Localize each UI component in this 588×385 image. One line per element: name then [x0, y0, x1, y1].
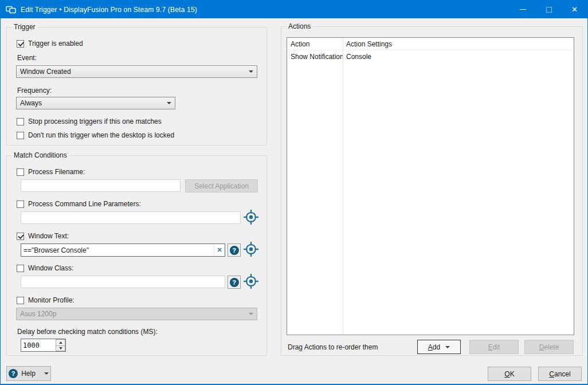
close-button[interactable]: ✕	[562, 1, 587, 18]
checkbox-box	[17, 201, 24, 208]
clear-icon: ✕	[217, 246, 222, 254]
window-text-field: ✕	[21, 243, 225, 257]
app-icon	[6, 5, 16, 14]
chevron-down-icon	[445, 346, 450, 348]
stop-processing-checkbox[interactable]: Stop processing triggers if this one mat…	[17, 117, 162, 125]
window-text-help-button[interactable]: ?	[228, 243, 241, 257]
chevron-down-icon	[249, 313, 253, 315]
match-conditions-group-label: Match Conditions	[11, 151, 69, 159]
checkbox-box	[17, 297, 24, 304]
window-class-target-picker-icon[interactable]	[243, 273, 259, 291]
help-button[interactable]: ? Help	[6, 366, 51, 381]
help-button-label: Help	[21, 370, 36, 378]
process-cmdline-input[interactable]	[21, 211, 241, 224]
column-header-action[interactable]: Action	[287, 40, 343, 48]
triangle-down-icon	[59, 347, 62, 349]
cmdline-target-picker-icon[interactable]	[243, 209, 259, 227]
event-value: Window Created	[20, 68, 245, 76]
event-dropdown[interactable]: Window Created	[16, 65, 257, 78]
close-icon: ✕	[571, 6, 578, 13]
monitor-profile-label: Monitor Profile:	[28, 296, 75, 304]
select-application-label: Select Application	[194, 182, 249, 190]
cancel-button-label: Cancel	[549, 370, 570, 378]
window-text-checkbox[interactable]: Window Text:	[17, 232, 69, 240]
action-cell: Show Notification	[287, 53, 343, 61]
window-class-input[interactable]	[21, 276, 225, 288]
frequency-label: Frequency:	[17, 87, 52, 95]
trigger-groupbox: Trigger Trigger is enabled Event: Window…	[6, 27, 267, 146]
edit-trigger-dialog: Edit Trigger • DisplayFusion Pro on Stea…	[0, 0, 588, 385]
actions-table: Action Action Settings Show Notification…	[287, 37, 574, 335]
edit-button[interactable]: Edit	[469, 340, 519, 354]
monitor-profile-checkbox[interactable]: Monitor Profile:	[17, 296, 75, 304]
frequency-value: Always	[20, 99, 163, 107]
action-settings-cell: Console	[343, 53, 371, 61]
window-class-checkbox[interactable]: Window Class:	[17, 264, 73, 272]
monitor-profile-value: Asus 1200p	[20, 310, 245, 318]
question-icon: ?	[230, 246, 239, 255]
actions-groupbox: Actions Action Action Settings Show Noti…	[281, 26, 583, 356]
match-conditions-groupbox: Match Conditions Process Filename: Selec…	[6, 155, 267, 356]
drag-hint: Drag Actions to re-order them	[288, 343, 378, 351]
checkbox-box	[17, 233, 24, 240]
window-title: Edit Trigger • DisplayFusion Pro on Stea…	[21, 6, 197, 14]
delay-stepper	[21, 339, 66, 352]
cancel-button[interactable]: Cancel	[538, 367, 582, 381]
maximize-button[interactable]	[536, 1, 562, 18]
chevron-down-icon	[44, 372, 49, 375]
minimize-button[interactable]	[510, 1, 536, 18]
window-class-label: Window Class:	[28, 264, 73, 272]
column-divider	[343, 38, 343, 335]
checkbox-box	[17, 40, 24, 48]
maximize-icon	[546, 7, 552, 13]
process-cmdline-label: Process Command Line Parameters:	[28, 200, 141, 208]
dont-run-locked-label: Don't run this trigger when the desktop …	[28, 131, 174, 139]
trigger-enabled-checkbox[interactable]: Trigger is enabled	[17, 40, 83, 48]
delete-button-label: Delete	[539, 343, 559, 351]
process-filename-checkbox[interactable]: Process Filename:	[17, 168, 85, 176]
process-filename-label: Process Filename:	[28, 168, 85, 176]
minimize-icon	[520, 9, 526, 10]
add-button-label: Add	[428, 343, 440, 351]
question-icon: ?	[230, 278, 239, 287]
titlebar[interactable]: Edit Trigger • DisplayFusion Pro on Stea…	[1, 1, 587, 18]
event-label: Event:	[17, 54, 37, 62]
window-class-help-button[interactable]: ?	[228, 276, 241, 289]
delay-input[interactable]	[21, 339, 56, 351]
dont-run-locked-checkbox[interactable]: Don't run this trigger when the desktop …	[17, 131, 174, 139]
actions-group-label: Actions	[286, 22, 313, 30]
trigger-group-label: Trigger	[11, 23, 38, 31]
window-text-target-picker-icon[interactable]	[243, 241, 259, 259]
triangle-up-icon	[59, 341, 62, 344]
actions-table-header: Action Action Settings	[287, 38, 574, 50]
process-cmdline-checkbox[interactable]: Process Command Line Parameters:	[17, 200, 141, 208]
chevron-down-icon	[249, 70, 253, 73]
window-text-input[interactable]	[21, 244, 214, 256]
ok-button-label: OK	[504, 370, 514, 378]
checkbox-box	[17, 168, 24, 176]
question-icon: ?	[9, 369, 18, 378]
monitor-profile-dropdown[interactable]: Asus 1200p	[16, 308, 257, 320]
checkbox-box	[17, 132, 24, 139]
add-button[interactable]: Add	[417, 340, 461, 354]
select-application-button[interactable]: Select Application	[185, 179, 258, 192]
window-text-label: Window Text:	[28, 232, 69, 240]
checkbox-box	[17, 265, 24, 272]
delay-label: Delay before checking match conditions (…	[17, 328, 158, 336]
frequency-dropdown[interactable]: Always	[16, 97, 175, 109]
chevron-down-icon	[167, 102, 171, 104]
process-filename-input[interactable]	[21, 179, 181, 192]
table-row[interactable]: Show Notification Console	[287, 50, 574, 63]
spinner-up-button[interactable]	[56, 339, 65, 345]
clear-input-button[interactable]: ✕	[214, 244, 225, 256]
delete-button[interactable]: Delete	[524, 340, 574, 354]
spinner-down-button[interactable]	[56, 345, 65, 352]
trigger-enabled-label: Trigger is enabled	[28, 40, 83, 48]
ok-button[interactable]: OK	[488, 367, 531, 381]
edit-button-label: Edit	[488, 343, 500, 351]
checkbox-box	[17, 118, 24, 125]
column-header-action-settings[interactable]: Action Settings	[343, 40, 392, 48]
stop-processing-label: Stop processing triggers if this one mat…	[28, 117, 162, 125]
